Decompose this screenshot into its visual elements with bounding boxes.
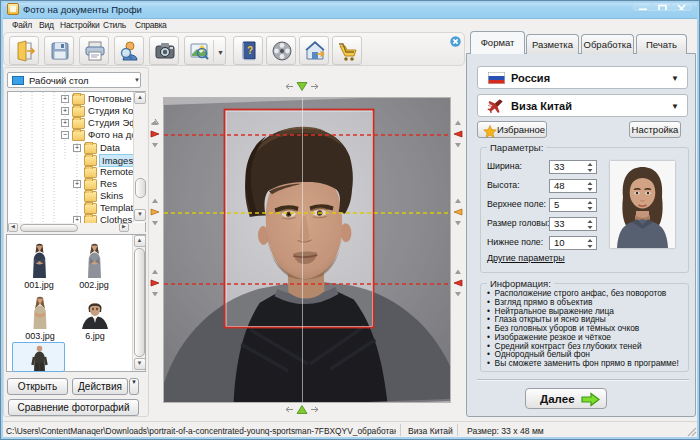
svg-text:?: ? <box>247 45 253 56</box>
